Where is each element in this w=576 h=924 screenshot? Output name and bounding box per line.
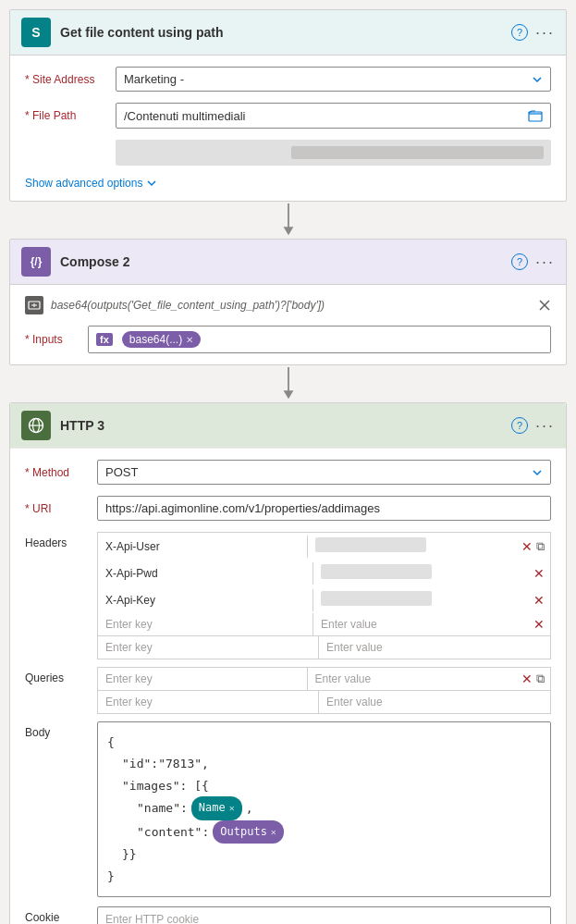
get-file-card: S Get file content using path ? ··· Site… [9,9,567,202]
outputs-tag[interactable]: Outputs ✕ [213,820,284,844]
uri-control: https://api.agimonline.com/v1/properties… [97,496,551,521]
base64-tag[interactable]: base64(...) ✕ [122,331,201,348]
file-path-input[interactable]: /Contenuti multimediali [116,103,551,129]
get-file-help-icon[interactable]: ? [511,24,528,41]
compose-card: {/} Compose 2 ? ··· base64(outputs('Get_… [9,239,567,365]
queries-section-row: Queries Enter key Enter value ✕ ⧉ Ent [25,667,551,714]
compose-title: Compose 2 [60,254,502,269]
site-address-row: Site Address Marketing - [25,67,551,92]
uri-value: https://api.agimonline.com/v1/properties… [105,501,380,515]
cookie-label: Cookie [25,906,90,924]
header-key-1[interactable]: X-Api-User [98,536,308,558]
site-address-dropdown[interactable]: Marketing - [116,67,551,92]
cookie-input[interactable]: Enter HTTP cookie [97,906,551,924]
query-value-1[interactable]: Enter value [308,668,517,690]
query-value-2[interactable]: Enter value [319,691,539,713]
expression-row: base64(outputs('Get_file_content_using_p… [25,296,551,314]
header-key-3[interactable]: X-Api-Key [98,589,313,611]
file-path-row: File Path /Contenuti multimediali [25,103,551,129]
body-name-line: "name": Name ✕ , [107,796,541,820]
method-dropdown[interactable]: POST [97,460,551,485]
header-actions-3: ✕ [528,591,550,610]
header-row-5: Enter key Enter value [97,635,551,659]
expression-close-icon[interactable] [538,299,551,312]
cookie-section-row: Cookie Enter HTTP cookie [25,906,551,924]
advanced-options-toggle[interactable]: Show advanced options [25,177,551,190]
compose-card-body: base64(outputs('Get_file_content_using_p… [10,285,566,364]
query-key-2[interactable]: Enter key [98,691,319,713]
header-key-placeholder-5[interactable]: Enter key [98,636,319,659]
compose-more-icon[interactable]: ··· [535,253,555,272]
http-card-header: HTTP 3 ? ··· [10,403,566,449]
site-address-value: Marketing - [124,72,184,86]
cookie-control: Enter HTTP cookie [97,906,551,924]
header-copy-1-icon[interactable]: ⧉ [536,539,545,554]
inputs-label: * Inputs [25,333,80,346]
outputs-tag-close[interactable]: ✕ [271,824,276,841]
header-row-3: X-Api-Key ✕ [97,586,551,613]
query-actions-2 [539,700,550,704]
advanced-chevron-icon [146,178,157,189]
base64-tag-close[interactable]: ✕ [186,335,193,345]
header-value-placeholder-4[interactable]: Enter value [313,613,528,635]
http-title: HTTP 3 [60,418,502,433]
header-key-placeholder-4[interactable]: Enter key [98,613,313,635]
fx-icon: fx [96,333,113,346]
name-tag-close[interactable]: ✕ [229,800,235,817]
method-control[interactable]: POST [97,460,551,485]
header-actions-5 [539,646,550,649]
queries-label: Queries [25,667,90,684]
get-file-more-icon[interactable]: ··· [535,23,555,43]
http-more-icon[interactable]: ··· [535,416,555,436]
body-control: { "id":"7813", "images": [{ "name": Name… [97,721,551,897]
header-delete-3-icon[interactable]: ✕ [533,593,545,608]
compose-help-icon[interactable]: ? [511,253,528,270]
query-row-1: Enter key Enter value ✕ ⧉ [97,667,551,690]
uri-row: URI https://api.agimonline.com/v1/proper… [25,496,551,521]
http-help-icon[interactable]: ? [511,417,528,434]
site-address-label: Site Address [25,73,108,86]
header-value-placeholder-5[interactable]: Enter value [319,636,539,659]
header-value-1[interactable] [308,533,517,560]
blurred-1 [315,537,426,552]
header-delete-1-icon[interactable]: ✕ [521,539,533,554]
arrow-connector-1 [9,202,567,239]
cookie-placeholder: Enter HTTP cookie [105,913,199,924]
method-row: Method POST [25,460,551,485]
name-tag[interactable]: Name ✕ [191,796,242,820]
header-key-2[interactable]: X-Api-Pwd [98,562,313,585]
globe-icon [28,417,44,434]
uri-input[interactable]: https://api.agimonline.com/v1/properties… [97,496,551,521]
inputs-field[interactable]: fx base64(...) ✕ [88,326,551,353]
advanced-options-label: Show advanced options [25,177,142,190]
site-address-control[interactable]: Marketing - [116,67,551,92]
headers-table: X-Api-User ✕ ⧉ X-Api-Pwd [97,532,551,659]
body-content-line: "content": Outputs ✕ [107,820,541,844]
body-line-closing1: }} [107,844,541,865]
compose-card-header: {/} Compose 2 ? ··· [10,240,566,285]
header-value-2[interactable] [313,560,528,586]
http-card-body: Method POST URI https://api.agimonline.c… [10,449,566,924]
file-path-control[interactable]: /Contenuti multimediali [116,103,551,129]
queries-table-wrapper: Enter key Enter value ✕ ⧉ Enter key Ente… [97,667,551,714]
http-actions: ? ··· [511,416,555,436]
expression-text: base64(outputs('Get_file_content_using_p… [51,299,325,312]
header-value-3[interactable] [313,586,528,613]
method-chevron-icon [532,467,543,478]
down-arrow-1 [277,203,300,237]
header-actions-4: ✕ [528,615,550,634]
body-area[interactable]: { "id":"7813", "images": [{ "name": Name… [97,721,551,897]
header-delete-2-icon[interactable]: ✕ [533,566,545,581]
compose-actions: ? ··· [511,253,555,272]
name-tag-label: Name [199,798,226,819]
query-row-2: Enter key Enter value [97,690,551,714]
header-delete-4-icon[interactable]: ✕ [533,617,545,632]
file-path-label: File Path [25,109,108,122]
get-file-title: Get file content using path [60,25,502,40]
query-delete-1-icon[interactable]: ✕ [521,671,533,686]
down-arrow-2 [277,367,300,400]
query-key-1[interactable]: Enter key [98,668,308,690]
page-wrapper: S Get file content using path ? ··· Site… [0,0,576,924]
query-copy-1-icon[interactable]: ⧉ [536,671,545,686]
expression-icon [25,296,43,314]
